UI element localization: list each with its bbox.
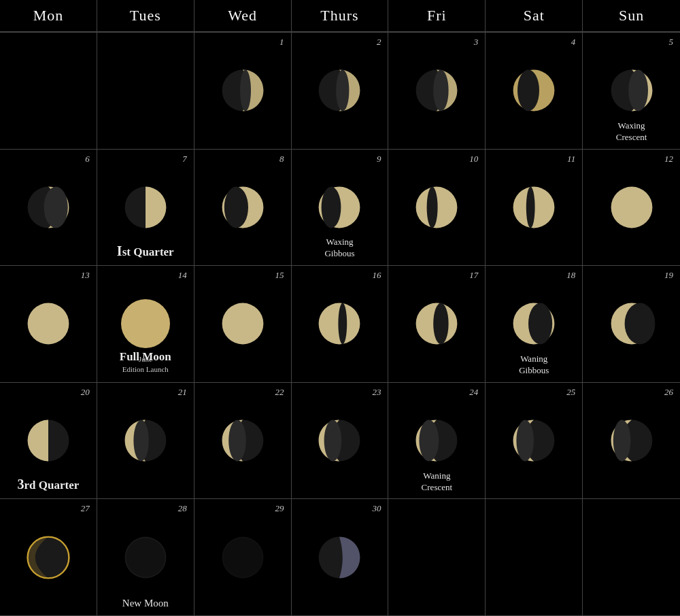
cell-2: 2: [292, 33, 389, 150]
header-sun: Sun: [583, 0, 680, 31]
svg-point-35: [133, 420, 148, 462]
cell-empty-1: [0, 33, 97, 150]
moon-12: [605, 180, 659, 235]
moon-18: [507, 296, 561, 351]
moon-4: [507, 63, 561, 118]
cell-26: 26: [583, 383, 680, 500]
cell-30: 30: [292, 499, 389, 616]
svg-point-16: [322, 186, 341, 228]
moon-10: [409, 180, 464, 235]
moon-8: [216, 180, 270, 235]
moon-25: [507, 413, 561, 468]
svg-point-21: [611, 186, 652, 228]
svg-point-28: [434, 303, 449, 345]
cell-8: 8: [194, 150, 292, 267]
svg-point-43: [517, 420, 534, 462]
cell-1: 1: [194, 33, 292, 150]
cell-7: 7 Ist Quarter: [97, 150, 194, 267]
cell-20: 20 3rd Quarter: [0, 383, 97, 500]
svg-point-45: [613, 420, 630, 462]
cell-13: 13: [0, 266, 97, 383]
moon-6: [21, 180, 75, 235]
header-tues: Tues: [97, 0, 194, 31]
cell-19: 19: [583, 266, 680, 383]
moon-27: [21, 530, 75, 585]
moon-23: [312, 413, 367, 468]
cell-14: 14 Full Moon JuneEdition Launch: [97, 266, 194, 383]
moon-29: [216, 530, 270, 585]
calendar: Mon Tues Wed Thurs Fri Sat Sun 1 2: [0, 0, 680, 616]
cell-empty-fri-5: [388, 499, 486, 616]
moon-17: [409, 296, 464, 351]
header-wed: Wed: [194, 0, 292, 31]
svg-point-26: [339, 303, 347, 345]
cell-4: 4: [486, 33, 583, 150]
svg-point-23: [121, 299, 170, 348]
moon-15: [216, 296, 270, 351]
svg-point-20: [526, 186, 535, 228]
svg-point-5: [434, 70, 449, 112]
cell-11: 11: [486, 150, 583, 267]
cell-10: 10: [388, 150, 486, 267]
svg-point-18: [427, 186, 438, 228]
moon-26: [605, 413, 659, 468]
moon-16: [312, 296, 367, 351]
svg-point-51: [223, 538, 262, 577]
header-sat: Sat: [486, 0, 583, 31]
cell-12: 12: [583, 150, 680, 267]
cell-23: 23: [292, 383, 389, 500]
cell-15: 15: [194, 266, 292, 383]
moon-19: [605, 296, 659, 351]
cell-empty-2: [97, 33, 194, 150]
svg-point-39: [324, 420, 342, 462]
cell-6: 6: [0, 150, 97, 267]
cell-28: 28 New Moon: [97, 499, 194, 616]
moon-1: [216, 63, 270, 118]
svg-point-7: [517, 70, 539, 112]
moon-2: [312, 63, 367, 118]
moon-11: [507, 180, 561, 235]
moon-5: [605, 63, 659, 118]
svg-point-37: [228, 420, 246, 462]
cell-9: 9 WaxingGibbous: [292, 150, 389, 267]
moon-13: [21, 296, 75, 351]
svg-point-24: [222, 303, 263, 345]
calendar-grid: 1 2 3 4: [0, 32, 680, 616]
cell-29: 29: [194, 499, 292, 616]
svg-point-11: [44, 186, 68, 228]
svg-point-32: [624, 303, 655, 345]
moon-28: [118, 530, 173, 585]
calendar-header: Mon Tues Wed Thurs Fri Sat Sun: [0, 0, 680, 32]
moon-30: [312, 530, 367, 585]
moon-22: [216, 413, 270, 468]
moon-14: [115, 293, 176, 354]
svg-point-49: [126, 538, 165, 577]
moon-7: [118, 180, 173, 235]
svg-point-1: [240, 70, 251, 112]
cell-3: 3: [388, 33, 486, 150]
cell-5: 5 WaxingCrescent: [583, 33, 680, 150]
moon-9: [312, 180, 367, 235]
svg-point-14: [224, 186, 248, 228]
cell-empty-sat-5: [486, 499, 583, 616]
header-thurs: Thurs: [292, 0, 389, 31]
moon-21: [118, 413, 173, 468]
cell-21: 21: [97, 383, 194, 500]
cell-17: 17: [388, 266, 486, 383]
cell-16: 16: [292, 266, 389, 383]
svg-point-9: [628, 70, 648, 112]
moon-3: [409, 63, 464, 118]
svg-point-41: [420, 420, 439, 462]
svg-point-3: [337, 70, 350, 112]
cell-24: 24 WaningCrescent: [388, 383, 486, 500]
moon-20: [21, 413, 75, 468]
cell-25: 25: [486, 383, 583, 500]
header-fri: Fri: [388, 0, 486, 31]
svg-point-22: [28, 303, 69, 345]
cell-27: 27: [0, 499, 97, 616]
cell-22: 22: [194, 383, 292, 500]
header-mon: Mon: [0, 0, 97, 31]
cell-empty-sun-5: [583, 499, 680, 616]
moon-24: [409, 413, 464, 468]
svg-point-30: [528, 303, 552, 345]
